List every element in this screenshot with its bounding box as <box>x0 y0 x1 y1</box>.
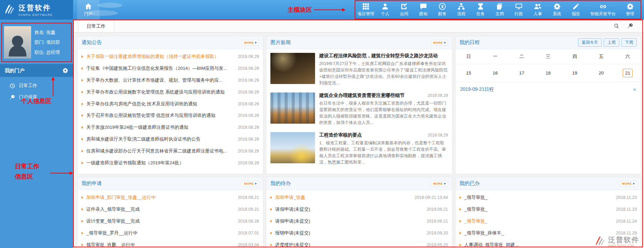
done-item[interactable]: _领导审批_薛保丰_ 2018.11.29 <box>460 227 637 239</box>
search-icon[interactable] <box>614 23 619 29</box>
todo-item[interactable]: 请假申请(未提交) 2019.09.21 <box>270 204 448 215</box>
todo-item[interactable]: 报销申请(未提交) 2019.09.20 <box>270 227 448 239</box>
notice-item[interactable]: 关于举办大数据、云计算技术市场建设、规划、管理与服务中的应... 2019.08… <box>82 75 259 86</box>
panel-title: 图片新闻 <box>270 39 291 46</box>
brand-logo[interactable]: 泛普软件 FANPU SOFTWARE <box>0 0 73 20</box>
bullet-icon <box>460 244 461 246</box>
more-button[interactable]: MORE <box>242 181 259 186</box>
notice-item[interactable]: 关于召开市政公用设施智慧化管理 信息技术与应用培训班的通知 2019.08.29 <box>82 110 259 122</box>
notice-item[interactable]: 关于发放2019年第24批一级建造师注册证书的通知 2019.08.29 <box>82 122 259 133</box>
widget-grid: 通知公告 MORE 关于领取一级注册建造师增项贴的通知（须持一建证书前来领取） … <box>73 33 644 248</box>
tab-daily-work[interactable]: 日常工作 <box>78 20 114 32</box>
sidebar-menu-label: 门户设置 <box>19 94 37 100</box>
bullet-icon <box>460 208 461 211</box>
application-item[interactable]: 证件录入_领导审批__完成 2019.09.21 <box>82 204 259 215</box>
more-button[interactable]: MORE <box>431 40 448 45</box>
bullet-icon <box>82 103 83 105</box>
bullet-icon <box>82 91 83 94</box>
weekday-cell: 五 <box>588 49 614 64</box>
calendar-buttons: 返回今天 上周 下周 <box>578 38 637 47</box>
annotation-arrow-daily-icon <box>50 173 72 173</box>
module-item[interactable]: 合同 <box>395 1 414 19</box>
portal-settings-gear-icon[interactable] <box>62 67 68 74</box>
bullet-icon <box>82 244 83 246</box>
application-item[interactable]: 领导审批_肖鹏__运行中 2019.03.04 <box>82 239 259 248</box>
news-title: 工程造价审核的要点 <box>319 132 425 138</box>
module-item[interactable]: 流程 <box>452 1 471 19</box>
date-cell[interactable]: 21 <box>615 64 641 82</box>
notice-item[interactable]: 住房和城乡建设部办公厅关于同意吉林省开展二级建造师注册证书电... 2019.0… <box>82 145 259 157</box>
module-item[interactable]: 文档 <box>490 1 509 19</box>
module-label: 项目管理 <box>357 11 374 17</box>
module-icon <box>420 3 427 10</box>
module-icon <box>477 3 484 10</box>
calendar-nav-button[interactable]: 上周 <box>604 38 619 47</box>
more-button[interactable]: MORE <box>242 40 259 45</box>
module-item[interactable]: ¥ 财务 <box>433 1 452 19</box>
sidebar-menu-icon <box>9 83 15 89</box>
bullet-icon <box>82 126 83 129</box>
calendar-nav-button[interactable]: 下周 <box>621 38 637 47</box>
date-cell[interactable]: 17 <box>508 64 535 82</box>
bullet-icon <box>270 232 272 234</box>
module-item[interactable]: 项目管理 <box>356 1 375 19</box>
panel-todos-head: 我的待办 MORE <box>266 177 452 190</box>
nav-portal[interactable]: 门户 <box>77 0 99 20</box>
news-image <box>270 132 315 163</box>
more-button[interactable]: MORE <box>431 181 448 186</box>
module-label: 流程 <box>457 11 466 17</box>
tab-bar: 日常工作 <box>73 20 644 33</box>
todo-item[interactable]: 请假申请(未提交) 2019.09.21 <box>270 215 448 227</box>
module-item[interactable]: 报告 <box>567 1 585 19</box>
application-item[interactable]: 设计变更_领导审批__完成 2019.08.28 <box>82 215 259 227</box>
notice-item[interactable]: 关于举办住房与房地产信息化 技术及应用培训班的通知 2019.08.29 <box>82 98 259 110</box>
todo-item[interactable]: 加班申请_张鑫 2019-09-21 13:44 <box>270 192 448 204</box>
date-cell[interactable]: 20 <box>588 64 614 82</box>
module-item[interactable]: 个人 <box>375 1 394 19</box>
news-item[interactable]: 工程造价审核的要点 2019.08.29 1、核准工程量。工程量是编制决算最基本… <box>266 128 452 168</box>
bullet-icon <box>270 244 272 246</box>
date-cell[interactable]: 18 <box>535 64 561 82</box>
application-item[interactable]: _领导审批_罗丹__运行中 2019.07.01 <box>82 227 259 239</box>
news-date: 2019.08.29 <box>428 133 448 138</box>
news-title: 建设工程法律风险防范，建筑行业转型升级之路沙龙活动 <box>319 53 445 59</box>
panel-title: 我的日程 <box>460 39 480 46</box>
application-item[interactable]: 加班申请_部门审批_张鑫__运行中 2019.09.21 <box>82 192 259 204</box>
module-item[interactable]: 人事 <box>528 1 547 19</box>
module-label: 通知 <box>419 11 427 17</box>
module-icon <box>626 3 634 10</box>
more-button[interactable]: MORE <box>620 181 637 186</box>
module-item[interactable]: 系统 <box>548 1 567 19</box>
panel-applications-head: 我的申请 MORE <box>77 177 263 190</box>
module-label: 报告 <box>572 11 580 17</box>
notice-item[interactable]: 一级建造师注册证书领取通知（2019年第24批） 2019.08.29 <box>82 157 259 169</box>
sidebar-menu-item[interactable]: 日常工作 <box>0 80 73 91</box>
profile-photo <box>4 26 31 59</box>
notice-item[interactable]: 于征集《中国建筑施工行业信息化发展报告（2014）—BIM应用与发... 201… <box>82 63 259 75</box>
done-item[interactable]: _领导审批_ 2018.11.23 <box>460 204 637 215</box>
key-icon[interactable] <box>627 23 633 29</box>
module-item[interactable]: 通知 <box>414 1 432 19</box>
bullet-icon <box>82 232 83 234</box>
module-item[interactable]: 智能开发平台 <box>585 1 620 19</box>
calendar-nav-button[interactable]: 返回今天 <box>578 38 602 47</box>
sidebar-menu-item[interactable]: 门户设置 <box>0 91 73 103</box>
date-cell[interactable]: 16 <box>482 64 508 82</box>
todo-item[interactable]: 进度维护(未提交) 2019.05.20 <box>270 239 448 248</box>
done-item[interactable]: _领导审批_ 2018.11.24 <box>460 215 637 227</box>
module-item[interactable]: 任务 <box>471 1 490 19</box>
close-icon[interactable]: × <box>633 87 636 92</box>
weekday-cell: 一 <box>482 49 508 64</box>
news-item[interactable]: 建筑企业办理建筑资质需要注意哪些细节 2019.08.29 在日常生活中，很多人… <box>266 89 452 128</box>
done-item[interactable]: _领导审批_ 2018.11.23 <box>460 192 637 204</box>
module-item[interactable]: 行政 <box>509 1 528 19</box>
module-item[interactable]: 管理 <box>621 1 640 19</box>
notice-item[interactable]: 关于领取一级注册建造师增项贴的通知（须持一建证书前来领取） 2019.08.29 <box>82 51 259 63</box>
module-nav: 项目管理 个人 合同 通知 ¥ 财 <box>355 0 641 19</box>
date-cell[interactable]: 19 <box>561 64 588 82</box>
done-item[interactable]: 人事调动_领导审批_胡建... <box>460 239 637 248</box>
date-cell[interactable]: 15 <box>456 64 482 82</box>
notice-item[interactable]: 关于举办市政公用设施数字化管理信息 系统建设与应用培训班的通知 2019.08.… <box>82 86 259 98</box>
notice-item[interactable]: 房和城乡建设厅关于取消二级建造师临时执业证书的公告 2019.08.29 <box>82 133 259 145</box>
news-item[interactable]: 建设工程法律风险防范，建筑行业转型升级之路沙龙活动 2019年7月27日下午，土… <box>266 49 452 89</box>
